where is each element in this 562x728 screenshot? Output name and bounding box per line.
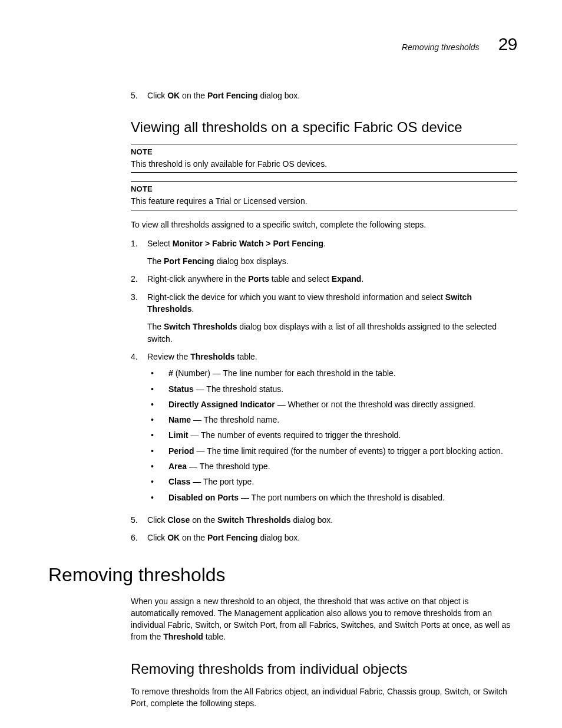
main-heading-removing-thresholds: Removing thresholds (48, 564, 517, 586)
step-number: 6. (131, 532, 147, 543)
section-heading-removing-individual: Removing thresholds from individual obje… (131, 661, 517, 677)
step-text: Click Close on the Switch Thresholds dia… (147, 514, 517, 526)
step-text: Right-click the device for which you wan… (147, 291, 517, 345)
step-text: Select Monitor > Fabric Watch > Port Fen… (147, 238, 517, 268)
section-heading-viewing-thresholds: Viewing all thresholds on a specific Fab… (131, 119, 517, 136)
list-item: •Status — The threshold status. (147, 383, 517, 395)
step-number: 3. (131, 291, 147, 345)
bullet-icon: • (147, 383, 168, 395)
list-item: •Area — The threshold type. (147, 460, 517, 472)
bullet-icon: • (147, 414, 168, 426)
chapter-number: 29 (498, 34, 517, 54)
bullet-icon: • (147, 476, 168, 487)
step-6: 6. Click OK on the Port Fencing dialog b… (131, 532, 517, 543)
note-text: This threshold is only available for Fab… (131, 158, 517, 170)
list-item: •Directly Assigned Indicator — Whether o… (147, 398, 517, 410)
note-label: NOTE (131, 147, 517, 158)
step-result: The Port Fencing dialog box displays. (147, 255, 517, 267)
step-number: 5. (131, 514, 147, 526)
list-item: •Limit — The number of events required t… (147, 429, 517, 441)
step-text: Right-click anywhere in the Ports table … (147, 273, 517, 285)
list-item: •# (Number) — The line number for each t… (147, 367, 517, 379)
step-number: 2. (131, 273, 147, 285)
note-block-1: NOTE This threshold is only available fo… (131, 144, 517, 173)
removing-intro: When you assign a new threshold to an ob… (131, 595, 517, 643)
step-5: 5. Click Close on the Switch Thresholds … (131, 514, 517, 526)
header-title: Removing thresholds (402, 42, 480, 52)
step-4: 4. Review the Thresholds table. •# (Numb… (131, 351, 517, 508)
bullet-icon: • (147, 460, 168, 472)
page-header: Removing thresholds 29 (48, 34, 517, 54)
intro-paragraph: To view all thresholds assigned to a spe… (131, 219, 517, 230)
step-number: 1. (131, 238, 147, 268)
step-number: 4. (131, 351, 147, 508)
continuation-step-list: 5. Click OK on the Port Fencing dialog b… (131, 90, 517, 101)
note-block-2: NOTE This feature requires a Trial or Li… (131, 181, 517, 210)
step-text: Click OK on the Port Fencing dialog box. (147, 532, 517, 543)
list-item: •Period — The time limit required (for t… (147, 445, 517, 457)
list-item: •Class — The port type. (147, 476, 517, 487)
step-3: 3. Right-click the device for which you … (131, 291, 517, 345)
step-5-top: 5. Click OK on the Port Fencing dialog b… (131, 90, 517, 101)
thresholds-table-columns: •# (Number) — The line number for each t… (147, 367, 517, 503)
bullet-icon: • (147, 429, 168, 441)
note-text: This feature requires a Trial or License… (131, 195, 517, 207)
bullet-icon: • (147, 492, 168, 503)
removing-individual-intro: To remove thresholds from the All Fabric… (131, 686, 517, 710)
note-label: NOTE (131, 184, 517, 195)
list-item: •Name — The threshold name. (147, 414, 517, 426)
step-text: Click OK on the Port Fencing dialog box. (147, 90, 517, 101)
step-2: 2. Right-click anywhere in the Ports tab… (131, 273, 517, 285)
step-number: 5. (131, 90, 147, 101)
step-text: Review the Thresholds table. •# (Number)… (147, 351, 517, 508)
step-1: 1. Select Monitor > Fabric Watch > Port … (131, 238, 517, 268)
step-result: The Switch Thresholds dialog box display… (147, 321, 517, 345)
bullet-icon: • (147, 445, 168, 457)
bullet-icon: • (147, 398, 168, 410)
list-item: •Disabled on Ports — The port numbers on… (147, 492, 517, 503)
procedure-steps: 1. Select Monitor > Fabric Watch > Port … (131, 238, 517, 544)
bullet-icon: • (147, 367, 168, 379)
